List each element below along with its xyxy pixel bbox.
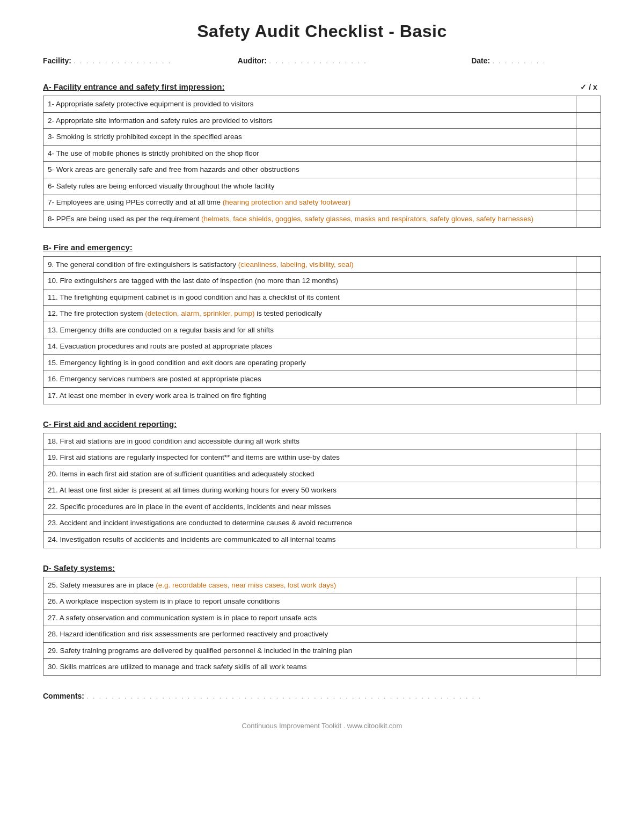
check-cell[interactable] (576, 388, 601, 404)
date-field: Date: . . . . . . . . . (471, 56, 601, 65)
item-highlight: (helmets, face shields, goggles, safety … (201, 215, 533, 223)
check-cell[interactable] (576, 145, 601, 162)
item-text-B-5: 14. Evacuation procedures and routs are … (43, 338, 576, 355)
check-cell[interactable] (576, 338, 601, 355)
item-number: 22. (48, 503, 60, 511)
item-number: 23. (48, 519, 60, 527)
item-text-C-6: 24. Investigation results of accidents a… (43, 531, 576, 548)
date-dots: . . . . . . . . . (492, 56, 546, 65)
table-row: 28. Hazard identification and risk asses… (43, 626, 601, 643)
item-text-C-2: 20. Items in each first aid station are … (43, 466, 576, 482)
check-cell[interactable] (576, 515, 601, 532)
item-number: 6- (48, 182, 56, 190)
check-cell[interactable] (576, 482, 601, 499)
check-cell[interactable] (576, 610, 601, 626)
table-row: 23. Accident and incident investigations… (43, 515, 601, 532)
page-title: Safety Audit Checklist - Basic (43, 21, 601, 41)
item-number: 15. (48, 359, 60, 367)
check-cell[interactable] (576, 531, 601, 548)
item-number: 16. (48, 375, 60, 383)
item-number: 29. (48, 647, 60, 655)
item-highlight: (cleanliness, labeling, visibility, seal… (238, 260, 354, 269)
check-cell[interactable] (576, 577, 601, 593)
item-number: 5- (48, 165, 56, 173)
item-number: 20. (48, 470, 60, 478)
check-cell[interactable] (576, 289, 601, 306)
check-cell[interactable] (576, 129, 601, 146)
item-number: 12. (48, 309, 60, 317)
check-cell[interactable] (576, 256, 601, 273)
section-D: D- Safety systems:25. Safety measures ar… (43, 563, 601, 676)
table-row: 2- Appropriate site information and safe… (43, 112, 601, 129)
check-cell[interactable] (576, 211, 601, 227)
item-highlight: (hearing protection and safety footwear) (223, 198, 351, 206)
section-title-text-A: A- Facility entrance and safety first im… (43, 82, 224, 91)
table-row: 25. Safety measures are in place (e.g. r… (43, 577, 601, 593)
table-row: 14. Evacuation procedures and routs are … (43, 338, 601, 355)
table-row: 12. The fire protection system (detectio… (43, 306, 601, 322)
item-text-B-0: 9. The general condition of fire extingu… (43, 256, 576, 273)
header-fields: Facility: . . . . . . . . . . . . . . . … (43, 56, 601, 65)
check-cell[interactable] (576, 112, 601, 129)
table-row: 30. Skills matrices are utilized to mana… (43, 659, 601, 676)
item-number: 18. (48, 437, 60, 445)
section-C: C- First aid and accident reporting:18. … (43, 419, 601, 548)
facility-label: Facility: (43, 56, 71, 65)
check-cell[interactable] (576, 642, 601, 659)
check-cell[interactable] (576, 354, 601, 371)
section-title-D: D- Safety systems: (43, 563, 601, 572)
item-text-B-2: 11. The firefighting equipment cabinet i… (43, 289, 576, 306)
item-number: 4- (48, 149, 56, 157)
check-cell[interactable] (576, 273, 601, 289)
check-cell[interactable] (576, 433, 601, 449)
item-text-C-5: 23. Accident and incident investigations… (43, 515, 576, 532)
item-text-D-1: 26. A workplace inspection system is in … (43, 593, 576, 610)
check-cell[interactable] (576, 626, 601, 643)
check-cell[interactable] (576, 96, 601, 113)
item-number: 27. (48, 614, 60, 622)
item-number: 19. (48, 453, 60, 461)
auditor-field: Auditor: . . . . . . . . . . . . . . . . (238, 56, 471, 65)
item-text-D-4: 29. Safety training programs are deliver… (43, 642, 576, 659)
check-cell[interactable] (576, 194, 601, 211)
check-cell[interactable] (576, 178, 601, 194)
item-number: 28. (48, 630, 60, 638)
item-text-A-6: 7- Employees are using PPEs correctly an… (43, 194, 576, 211)
check-cell[interactable] (576, 371, 601, 388)
table-row: 24. Investigation results of accidents a… (43, 531, 601, 548)
item-number: 11. (48, 293, 60, 301)
check-cell[interactable] (576, 162, 601, 178)
item-text-B-4: 13. Emergency drills are conducted on a … (43, 322, 576, 338)
item-text-D-2: 27. A safety observation and communicati… (43, 610, 576, 626)
check-cell[interactable] (576, 306, 601, 322)
item-text-B-8: 17. At least one member in every work ar… (43, 388, 576, 404)
item-text-A-2: 3- Smoking is strictly prohibited except… (43, 129, 576, 146)
check-cell[interactable] (576, 593, 601, 610)
table-row: 1- Appropriate safety protective equipme… (43, 96, 601, 113)
check-cell[interactable] (576, 498, 601, 515)
footer: Continuous Improvement Toolkit . www.cit… (43, 722, 601, 730)
comments-dots: . . . . . . . . . . . . . . . . . . . . … (86, 692, 601, 700)
table-row: 11. The firefighting equipment cabinet i… (43, 289, 601, 306)
item-text-A-4: 5- Work areas are generally safe and fre… (43, 162, 576, 178)
item-highlight: (e.g. recordable cases, near miss cases,… (156, 581, 336, 589)
item-number: 30. (48, 663, 60, 671)
table-A: 1- Appropriate safety protective equipme… (43, 96, 601, 228)
table-B: 9. The general condition of fire extingu… (43, 256, 601, 404)
item-highlight: (detection, alarm, sprinkler, pump) (145, 309, 254, 317)
auditor-dots: . . . . . . . . . . . . . . . . (269, 56, 367, 65)
table-row: 4- The use of mobile phones is strictly … (43, 145, 601, 162)
item-number: 25. (48, 581, 60, 589)
section-title-B: B- Fire and emergency: (43, 243, 601, 252)
table-row: 16. Emergency services numbers are poste… (43, 371, 601, 388)
table-row: 8- PPEs are being used as per the requir… (43, 211, 601, 227)
auditor-label: Auditor: (238, 56, 267, 65)
comments-section: Comments: . . . . . . . . . . . . . . . … (43, 692, 601, 700)
item-number: 26. (48, 597, 60, 605)
check-cell[interactable] (576, 322, 601, 338)
table-row: 22. Specific procedures are in place in … (43, 498, 601, 515)
check-cell[interactable] (576, 449, 601, 466)
check-cell[interactable] (576, 466, 601, 482)
check-cell[interactable] (576, 659, 601, 676)
item-text-A-7: 8- PPEs are being used as per the requir… (43, 211, 576, 227)
